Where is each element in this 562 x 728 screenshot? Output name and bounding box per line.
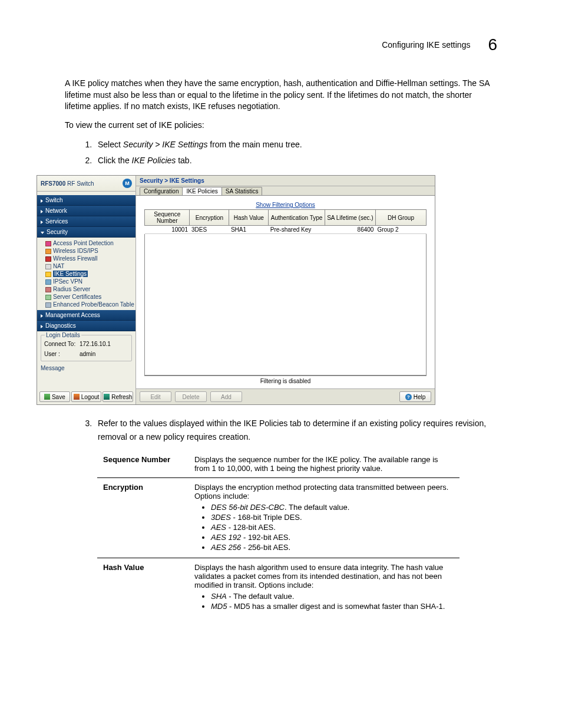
- nav-footer: Save Logout Refresh: [37, 389, 135, 404]
- list-item: AES 192 - 192-bit AES.: [211, 533, 454, 542]
- chevron-right-icon: [41, 325, 43, 328]
- save-icon: [44, 394, 50, 400]
- nav-tree: Access Point Detection Wireless IDS/IPS …: [37, 238, 135, 310]
- tree-wireless-firewall[interactable]: Wireless Firewall: [45, 255, 133, 262]
- cell-dh-group: Group 2: [375, 226, 426, 234]
- col-dh-group[interactable]: DH Group: [375, 210, 426, 226]
- connect-to-value: 172.16.10.1: [80, 341, 111, 347]
- col-sa-lifetime[interactable]: SA Lifetime (sec.): [325, 210, 375, 226]
- step-list: Select Security > IKE Settings from the …: [65, 138, 497, 167]
- lock-icon: [45, 272, 51, 277]
- list-item: SHA - The default value.: [211, 592, 454, 601]
- nav-management-access[interactable]: Management Access: [37, 310, 135, 321]
- connect-to-label: Connect To:: [44, 341, 80, 347]
- nav-network[interactable]: Network: [37, 206, 135, 216]
- list-item: MD5 - MD5 has a smaller digest and is so…: [211, 602, 454, 611]
- def-desc: Displays the encryption method protectin…: [189, 477, 459, 558]
- col-sequence[interactable]: Sequence Number: [145, 210, 190, 226]
- list-item: AES 256 - 256-bit AES.: [211, 543, 454, 552]
- col-auth[interactable]: Authentication Type: [269, 210, 325, 226]
- table-empty-area: [144, 234, 427, 375]
- chevron-right-icon: [41, 220, 43, 224]
- cell-sa-lifetime: 86400: [325, 226, 375, 234]
- tab-configuration[interactable]: Configuration: [140, 187, 183, 195]
- chevron-right-icon: [41, 210, 43, 213]
- chevron-right-icon: [41, 199, 43, 203]
- def-term: Sequence Number: [97, 450, 189, 478]
- def-desc: Displays the hash algorithm used to ensu…: [189, 558, 459, 617]
- def-term: Encryption: [97, 477, 189, 558]
- login-details-label: Login Details: [45, 332, 81, 338]
- nat-icon: [45, 264, 51, 269]
- edit-button[interactable]: Edit: [140, 391, 171, 402]
- radius-icon: [45, 287, 51, 292]
- vpn-icon: [45, 279, 51, 285]
- tree-ipsec-vpn[interactable]: IPSec VPN: [45, 278, 133, 285]
- tree-nat[interactable]: NAT: [45, 262, 133, 270]
- col-encryption[interactable]: Encryption: [190, 210, 229, 226]
- step-list-cont: Refer to the values displayed within the…: [65, 417, 497, 443]
- def-row-encryption: Encryption Displays the encryption metho…: [97, 477, 459, 558]
- cell-auth: Pre-shared Key: [269, 226, 325, 234]
- add-button[interactable]: Add: [210, 391, 242, 402]
- firewall-icon: [45, 256, 51, 262]
- tree-radius-server[interactable]: Radius Server: [45, 285, 133, 293]
- tab-sa-statistics[interactable]: SA Statistics: [222, 187, 263, 195]
- tree-access-point-detection[interactable]: Access Point Detection: [45, 239, 133, 247]
- login-details-box: Login Details Connect To:172.16.10.1 Use…: [41, 335, 132, 361]
- tab-bar: Configuration IKE Policies SA Statistics: [136, 186, 435, 196]
- main-footer: Edit Delete Add ?Help: [136, 388, 435, 404]
- step-2: Click the IKE Policies tab.: [94, 154, 497, 167]
- tree-enhanced-probe[interactable]: Enhanced Probe/Beacon Table: [45, 301, 133, 308]
- list-item: DES 56-bit DES-CBC. The default value.: [211, 503, 454, 512]
- intro-paragraph: A IKE policy matches when they have the …: [65, 78, 497, 113]
- policy-table: Sequence Number Encryption Hash Value Au…: [144, 209, 427, 234]
- user-label: User :: [44, 351, 80, 357]
- step-1: Select Security > IKE Settings from the …: [94, 138, 497, 151]
- chevron-down-icon: [41, 232, 44, 234]
- list-item: AES - 128-bit AES.: [211, 523, 454, 532]
- save-button[interactable]: Save: [39, 391, 70, 402]
- def-row-sequence: Sequence Number Displays the sequence nu…: [97, 450, 459, 478]
- tree-server-certificates[interactable]: Server Certificates: [45, 293, 133, 301]
- def-row-hash: Hash Value Displays the hash algorithm u…: [97, 558, 459, 617]
- refresh-button[interactable]: Refresh: [103, 391, 133, 402]
- main-panel: Security > IKE Settings Configuration IK…: [136, 176, 435, 404]
- lead-in: To view the current set of IKE policies:: [65, 120, 497, 131]
- help-icon: ?: [405, 394, 412, 400]
- col-hash[interactable]: Hash Value: [229, 210, 269, 226]
- logout-button[interactable]: Logout: [71, 391, 102, 402]
- help-button[interactable]: ?Help: [399, 391, 431, 402]
- table-row[interactable]: 10001 3DES SHA1 Pre-shared Key 86400 Gro…: [145, 226, 427, 234]
- nav-switch[interactable]: Switch: [37, 195, 135, 206]
- page-header: Configuring IKE settings 6: [65, 35, 497, 54]
- user-value: admin: [80, 351, 95, 357]
- nav-security[interactable]: Security: [37, 227, 135, 238]
- certificate-icon: [45, 295, 51, 300]
- table-header-row: Sequence Number Encryption Hash Value Au…: [145, 210, 427, 226]
- screenshot-panel: RFS7000 RF Switch M Switch Network Servi…: [37, 175, 435, 405]
- delete-button[interactable]: Delete: [175, 391, 207, 402]
- cell-hash: SHA1: [229, 226, 269, 234]
- cell-encryption: 3DES: [190, 226, 229, 234]
- probe-icon: [45, 302, 51, 308]
- nav-sidebar: RFS7000 RF Switch M Switch Network Servi…: [37, 176, 136, 404]
- definition-table: Sequence Number Displays the sequence nu…: [97, 450, 459, 617]
- tree-wireless-ids[interactable]: Wireless IDS/IPS: [45, 247, 133, 255]
- nav-services[interactable]: Services: [37, 216, 135, 227]
- show-filtering-link[interactable]: Show Filtering Options: [144, 202, 427, 208]
- tab-ike-policies[interactable]: IKE Policies: [182, 187, 222, 195]
- refresh-icon: [104, 394, 110, 400]
- brand-logo-icon: M: [123, 179, 132, 188]
- breadcrumb: Security > IKE Settings: [136, 176, 435, 186]
- step-3: Refer to the values displayed within the…: [94, 417, 497, 443]
- ids-icon: [45, 249, 51, 254]
- cell-sequence: 10001: [145, 226, 190, 234]
- brand-label: RFS7000 RF Switch: [41, 180, 94, 187]
- list-item: 3DES - 168-bit Triple DES.: [211, 513, 454, 522]
- page-header-title: Configuring IKE settings: [382, 40, 470, 50]
- nav-title: RFS7000 RF Switch M: [37, 176, 135, 192]
- nav-diagnostics[interactable]: Diagnostics: [37, 321, 135, 331]
- tree-ike-settings[interactable]: IKE Settings: [45, 270, 133, 278]
- detection-icon: [45, 241, 51, 246]
